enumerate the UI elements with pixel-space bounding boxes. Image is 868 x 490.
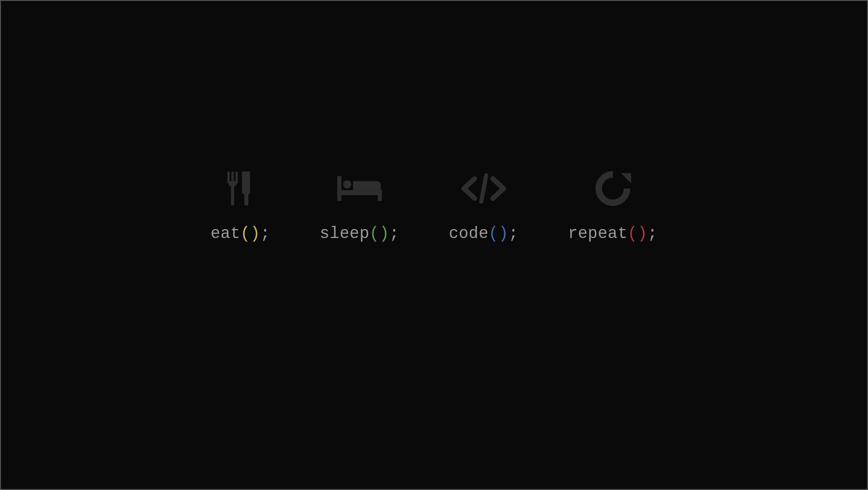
svg-point-7: [343, 180, 351, 189]
sleep-block: sleep();: [320, 166, 400, 243]
sleep-parens: (): [369, 225, 389, 243]
code-semi: ;: [508, 225, 518, 243]
repeat-block: repeat();: [568, 166, 657, 243]
code-parens: (): [489, 225, 508, 243]
repeat-semi: ;: [648, 225, 657, 243]
sleep-label: sleep();: [320, 225, 400, 243]
repeat-label: repeat();: [568, 225, 657, 243]
code-label: code();: [449, 225, 518, 243]
eat-word: eat: [211, 225, 240, 243]
sleep-semi: ;: [389, 225, 399, 243]
eat-parens: (): [240, 225, 260, 243]
svg-rect-9: [378, 190, 382, 201]
code-block: code();: [449, 166, 518, 243]
sleep-word: sleep: [320, 225, 370, 243]
svg-rect-4: [231, 184, 234, 206]
utensils-icon: [213, 166, 267, 211]
svg-rect-5: [244, 193, 248, 206]
refresh-icon: [586, 166, 640, 211]
eat-label: eat();: [211, 225, 270, 243]
eat-block: eat();: [211, 166, 270, 243]
repeat-parens: (): [628, 225, 648, 243]
svg-line-10: [481, 175, 486, 202]
svg-rect-6: [337, 176, 341, 201]
eat-semi: ;: [260, 225, 270, 243]
code-icon: [457, 166, 511, 211]
code-word: code: [449, 225, 488, 243]
svg-rect-8: [337, 190, 382, 195]
bed-icon: [333, 166, 387, 211]
repeat-word: repeat: [568, 225, 628, 243]
wallpaper-content: eat(); sleep(); code();: [211, 166, 657, 243]
